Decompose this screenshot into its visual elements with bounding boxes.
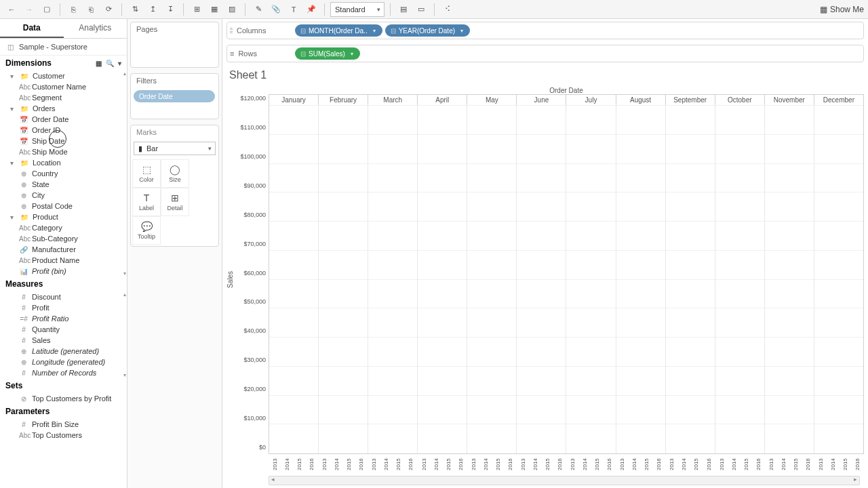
field-profit[interactable]: #Profit xyxy=(0,302,127,313)
month-header: March xyxy=(368,94,418,105)
field-orders[interactable]: ▾📁Orders xyxy=(0,103,127,114)
measures-tree[interactable]: #Discount#Profit=#Profit Ratio#Quantity#… xyxy=(0,291,127,378)
field-profit-ratio[interactable]: =#Profit Ratio xyxy=(0,313,127,324)
marks-card: Marks ▮Bar ⬚Color◯SizeTLabel⊞Detail💬Tool… xyxy=(130,125,219,247)
field-profit-bin-[interactable]: 📊Profit (bin) xyxy=(0,266,127,277)
attach-icon[interactable]: 📎 xyxy=(269,2,283,17)
field-order-id[interactable]: 📅Order ID xyxy=(0,125,127,136)
field-ship-mode[interactable]: AbcShip Mode xyxy=(0,146,127,157)
mark-size[interactable]: ◯Size xyxy=(161,159,189,188)
field-customer-name[interactable]: AbcCustomer Name xyxy=(0,81,127,92)
field-profit-bin-size[interactable]: #Profit Bin Size xyxy=(0,419,127,430)
field-quantity[interactable]: #Quantity xyxy=(0,324,127,335)
field-latitude-generated-[interactable]: ⊕Latitude (generated) xyxy=(0,346,127,357)
sheet-title[interactable]: Sheet 1 xyxy=(222,65,868,85)
mark-type-select[interactable]: ▮Bar xyxy=(134,142,216,155)
tab-data[interactable]: Data xyxy=(0,19,64,38)
refresh-icon[interactable]: ⟳ xyxy=(101,2,116,17)
field-country[interactable]: ⊕Country xyxy=(0,168,127,179)
field-top-customers[interactable]: AbcTop Customers xyxy=(0,430,127,441)
y-tick: $20,000 xyxy=(243,386,266,392)
swap-icon[interactable]: ⇅ xyxy=(127,2,142,17)
type-icon: Abc xyxy=(19,257,28,264)
x-tick: 2015 xyxy=(342,454,355,474)
pill-year-order-date-[interactable]: ⊟YEAR(Order Date) xyxy=(385,24,470,37)
text-icon[interactable]: T xyxy=(286,2,301,17)
share-icon[interactable]: ⠪ xyxy=(440,2,455,17)
x-tick: 2015 xyxy=(392,454,404,474)
field-product[interactable]: ▾📁Product xyxy=(0,211,127,222)
forward-icon[interactable]: → xyxy=(22,2,37,17)
collapse-icon: ▾ xyxy=(7,73,16,80)
field-order-date[interactable]: 📅Order Date xyxy=(0,114,127,125)
field-longitude-generated-[interactable]: ⊕Longitude (generated) xyxy=(0,357,127,367)
field-customer[interactable]: ▾📁Customer xyxy=(0,70,127,81)
x-tick: 2013 xyxy=(665,454,677,474)
field-top-customers-by-profit[interactable]: ⊘Top Customers by Profit xyxy=(0,393,127,404)
collapse-icon: ▾ xyxy=(7,214,16,221)
clear-icon[interactable]: ▨ xyxy=(224,2,239,17)
mark-label[interactable]: TLabel xyxy=(132,188,161,216)
x-tick: 2014 xyxy=(578,454,591,474)
pin-icon[interactable]: 📌 xyxy=(304,2,319,17)
y-tick: $80,000 xyxy=(243,211,266,218)
field-sub-category[interactable]: AbcSub-Category xyxy=(0,233,127,244)
mark-detail[interactable]: ⊞Detail xyxy=(161,188,189,216)
field-postal-code[interactable]: ⊕Postal Code xyxy=(0,201,127,211)
filters-shelf[interactable]: Filters Order Date xyxy=(130,73,219,119)
field-product-name[interactable]: AbcProduct Name xyxy=(0,255,127,266)
field-manufacturer[interactable]: 🔗Manufacturer xyxy=(0,244,127,255)
columns-shelf[interactable]: ⦙⦙Columns ⊟MONTH(Order Da..⊟YEAR(Order D… xyxy=(226,22,864,39)
show-me-button[interactable]: ▦Show Me xyxy=(820,5,864,14)
field-ship-date[interactable]: 📅Ship Date xyxy=(0,136,127,146)
save-icon[interactable]: ▢ xyxy=(39,2,54,17)
field-state[interactable]: ⊕State xyxy=(0,179,127,190)
x-tick: 2015 xyxy=(293,454,305,474)
pill-month-order-da-[interactable]: ⊟MONTH(Order Da.. xyxy=(295,24,382,37)
type-icon: 🔗 xyxy=(19,246,28,253)
presentation-icon[interactable]: ▭ xyxy=(414,2,429,17)
sort-desc-icon[interactable]: ↧ xyxy=(163,2,178,17)
horizontal-scrollbar[interactable] xyxy=(269,476,860,485)
menu-icon[interactable]: ▾ xyxy=(118,60,121,67)
group-icon[interactable]: ⊞ xyxy=(189,2,204,17)
search-icon[interactable]: 🔍 xyxy=(106,60,114,67)
month-group xyxy=(666,106,715,453)
worksheet-icon[interactable]: ▦ xyxy=(207,2,222,17)
new-data-icon[interactable]: ⎘ xyxy=(66,2,81,17)
parameters-tree[interactable]: #Profit Bin SizeAbcTop Customers xyxy=(0,419,127,441)
sort-asc-icon[interactable]: ↥ xyxy=(145,2,160,17)
x-tick: 2013 xyxy=(566,454,578,474)
pages-shelf[interactable]: Pages xyxy=(130,22,219,68)
sets-tree[interactable]: ⊘Top Customers by Profit xyxy=(0,393,127,404)
month-header: October xyxy=(715,94,765,105)
plot-area[interactable] xyxy=(269,105,864,454)
view-icon[interactable]: ▦ xyxy=(96,60,102,67)
type-icon: Abc xyxy=(19,148,28,156)
highlight-icon[interactable]: ✎ xyxy=(251,2,266,17)
rows-shelf[interactable]: ≡Rows ⊟SUM(Sales) xyxy=(226,45,864,62)
field-discount[interactable]: #Discount xyxy=(0,291,127,302)
new-sheet-icon[interactable]: ⎗ xyxy=(83,2,98,17)
pill-sum-sales-[interactable]: ⊟SUM(Sales) xyxy=(295,47,360,60)
month-group xyxy=(467,106,517,453)
dimensions-tree[interactable]: ▾📁CustomerAbcCustomer NameAbcSegment▾📁Or… xyxy=(0,70,127,277)
back-icon[interactable]: ← xyxy=(4,2,19,17)
field-sales[interactable]: #Sales xyxy=(0,335,127,346)
field-number-of-records[interactable]: #Number of Records xyxy=(0,367,127,378)
bar-icon: ▮ xyxy=(138,144,142,153)
tab-analytics[interactable]: Analytics xyxy=(64,19,127,38)
mark-tooltip[interactable]: 💬Tooltip xyxy=(132,216,161,245)
x-tick: 2013 xyxy=(269,454,281,474)
field-city[interactable]: ⊕City xyxy=(0,190,127,201)
field-location[interactable]: ▾📁Location xyxy=(0,157,127,168)
x-tick: 2013 xyxy=(765,454,777,474)
mark-color[interactable]: ⬚Color xyxy=(132,159,161,188)
field-category[interactable]: AbcCategory xyxy=(0,222,127,233)
type-icon: Abc xyxy=(19,432,28,439)
x-tick: 2016 xyxy=(454,454,467,474)
field-segment[interactable]: AbcSegment xyxy=(0,92,127,103)
show-cards-icon[interactable]: ▤ xyxy=(396,2,411,17)
fit-select[interactable]: Standard xyxy=(330,2,384,17)
data-source[interactable]: ◫ Sample - Superstore xyxy=(0,39,127,56)
